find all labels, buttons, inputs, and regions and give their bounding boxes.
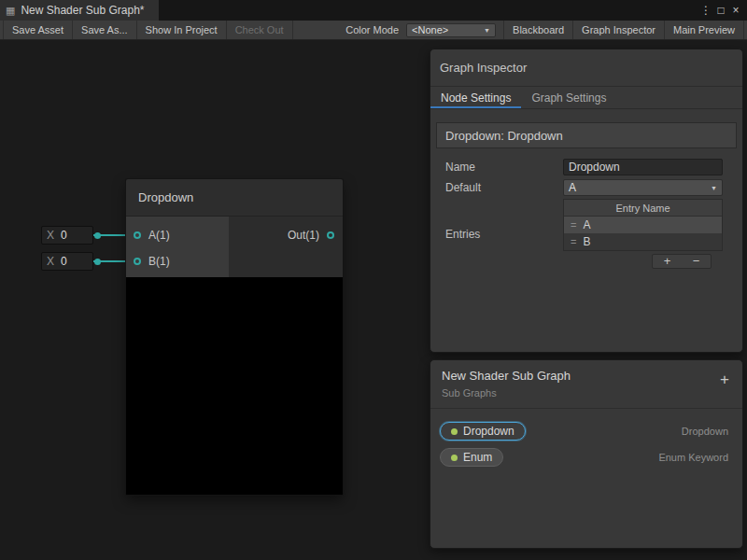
check-out-button: Check Out bbox=[227, 21, 293, 39]
port-input-value[interactable]: 0 bbox=[59, 255, 92, 268]
default-field-row: Default A ▼ bbox=[445, 178, 723, 197]
entries-list: Entry Name = A = B bbox=[563, 199, 723, 251]
entries-list-container: Entry Name = A = B + − bbox=[563, 199, 723, 269]
property-pill-label: Dropdown bbox=[463, 425, 514, 438]
add-entry-button[interactable]: + bbox=[653, 255, 682, 268]
node-settings-section-title: Dropdown: Dropdown bbox=[436, 122, 737, 148]
property-pill-label: Enum bbox=[463, 451, 492, 464]
add-property-button[interactable]: + bbox=[720, 371, 729, 387]
port-input-value[interactable]: 0 bbox=[59, 229, 92, 242]
axis-label: X bbox=[42, 255, 59, 268]
property-type-dot bbox=[451, 455, 458, 461]
tab-node-settings[interactable]: Node Settings bbox=[430, 87, 521, 108]
blackboard-toggle-button[interactable]: Blackboard bbox=[503, 21, 573, 39]
toolbar: Save Asset Save As... Show In Project Ch… bbox=[0, 21, 747, 40]
input-port-b[interactable] bbox=[134, 258, 141, 265]
input-port-b-label: B(1) bbox=[148, 255, 170, 268]
shader-graph-icon: ▦ bbox=[6, 6, 15, 16]
input-port-a[interactable] bbox=[134, 231, 141, 239]
color-mode-value: <None> bbox=[412, 24, 448, 35]
node-body: A(1) B(1) Out(1) bbox=[126, 217, 343, 277]
save-asset-button[interactable]: Save Asset bbox=[3, 21, 73, 39]
color-mode-label: Color Mode bbox=[338, 21, 406, 39]
port-input-x-b[interactable]: X 0 bbox=[41, 252, 93, 271]
output-port[interactable] bbox=[327, 231, 334, 239]
drag-handle-icon[interactable]: = bbox=[571, 236, 576, 247]
node-dropdown[interactable]: Dropdown A(1) B(1) Out(1) bbox=[126, 179, 343, 495]
window-tab[interactable]: ▦ New Shader Sub Graph* bbox=[0, 0, 159, 21]
window-controls: ⋮ □ × bbox=[698, 0, 747, 21]
blackboard-subtitle: Sub Graphs bbox=[442, 387, 731, 399]
wire-connector-dot bbox=[94, 259, 101, 265]
property-type-label: Enum Keyword bbox=[658, 452, 728, 463]
wire-connector-dot bbox=[94, 232, 101, 239]
output-port-label: Out(1) bbox=[288, 229, 319, 242]
maximize-icon[interactable]: □ bbox=[713, 0, 728, 21]
tab-title: New Shader Sub Graph* bbox=[21, 4, 144, 17]
graph-inspector-panel: Graph Inspector Node Settings Graph Sett… bbox=[430, 49, 743, 353]
input-port-row-a: A(1) bbox=[134, 228, 229, 243]
blackboard-rows: Dropdown Dropdown Enum Enum Keyword bbox=[430, 409, 742, 470]
entries-list-header: Entry Name bbox=[564, 200, 722, 217]
default-dropdown-value: A bbox=[569, 181, 576, 194]
inspector-content: Dropdown: Dropdown Name Dropdown Default… bbox=[430, 109, 742, 274]
remove-entry-button[interactable]: − bbox=[682, 255, 711, 268]
node-input-section: A(1) B(1) bbox=[126, 217, 229, 277]
default-dropdown[interactable]: A ▼ bbox=[563, 179, 723, 196]
save-as-button[interactable]: Save As... bbox=[73, 21, 137, 39]
axis-label: X bbox=[42, 229, 59, 242]
entry-row-a[interactable]: = A bbox=[564, 217, 722, 233]
port-input-x-a[interactable]: X 0 bbox=[41, 226, 93, 245]
entry-value: A bbox=[583, 218, 590, 231]
more-icon[interactable]: ⋮ bbox=[698, 0, 713, 21]
name-label: Name bbox=[445, 161, 563, 174]
title-bar: ▦ New Shader Sub Graph* ⋮ □ × bbox=[0, 0, 747, 21]
entries-list-footer: + − bbox=[652, 254, 712, 269]
blackboard-item-dropdown: Dropdown Dropdown bbox=[430, 418, 742, 444]
main-preview-toggle-button[interactable]: Main Preview bbox=[665, 21, 744, 39]
blackboard-panel: New Shader Sub Graph Sub Graphs + Dropdo… bbox=[430, 359, 743, 549]
graph-inspector-header: Graph Inspector bbox=[430, 49, 742, 87]
entries-label: Entries bbox=[445, 228, 563, 241]
entry-value: B bbox=[583, 235, 590, 248]
input-port-a-label: A(1) bbox=[148, 229, 170, 242]
graph-inspector-title: Graph Inspector bbox=[440, 61, 527, 75]
blackboard-item-enum: Enum Enum Keyword bbox=[430, 444, 742, 470]
graph-inspector-toggle-button[interactable]: Graph Inspector bbox=[573, 21, 665, 39]
chevron-down-icon: ▼ bbox=[711, 185, 717, 191]
property-pill-dropdown[interactable]: Dropdown bbox=[440, 422, 526, 441]
property-type-dot bbox=[451, 428, 458, 435]
show-in-project-button[interactable]: Show In Project bbox=[137, 21, 227, 39]
node-output-section: Out(1) bbox=[229, 217, 343, 277]
blackboard-header: New Shader Sub Graph Sub Graphs + bbox=[430, 360, 742, 409]
color-mode-dropdown[interactable]: <None> ▼ bbox=[406, 23, 496, 37]
chevron-down-icon: ▼ bbox=[484, 27, 490, 34]
property-pill-enum[interactable]: Enum bbox=[440, 448, 503, 467]
entry-row-b[interactable]: = B bbox=[564, 233, 722, 250]
blackboard-title: New Shader Sub Graph bbox=[442, 369, 731, 383]
inspector-tab-bar: Node Settings Graph Settings bbox=[430, 87, 742, 109]
close-icon[interactable]: × bbox=[728, 0, 743, 21]
default-label: Default bbox=[445, 181, 563, 194]
property-type-label: Dropdown bbox=[682, 426, 728, 437]
name-input[interactable]: Dropdown bbox=[563, 159, 723, 175]
toolbar-spacer bbox=[293, 21, 339, 39]
node-preview bbox=[126, 277, 343, 495]
name-field-row: Name Dropdown bbox=[445, 158, 723, 176]
tab-graph-settings[interactable]: Graph Settings bbox=[521, 87, 616, 108]
node-title: Dropdown bbox=[138, 190, 193, 204]
input-port-row-b: B(1) bbox=[134, 254, 229, 269]
node-title-bar[interactable]: Dropdown bbox=[126, 179, 343, 217]
output-port-row: Out(1) bbox=[288, 228, 334, 243]
entries-field-row: Entries Entry Name = A = B + − bbox=[445, 199, 723, 269]
drag-handle-icon[interactable]: = bbox=[571, 219, 576, 231]
